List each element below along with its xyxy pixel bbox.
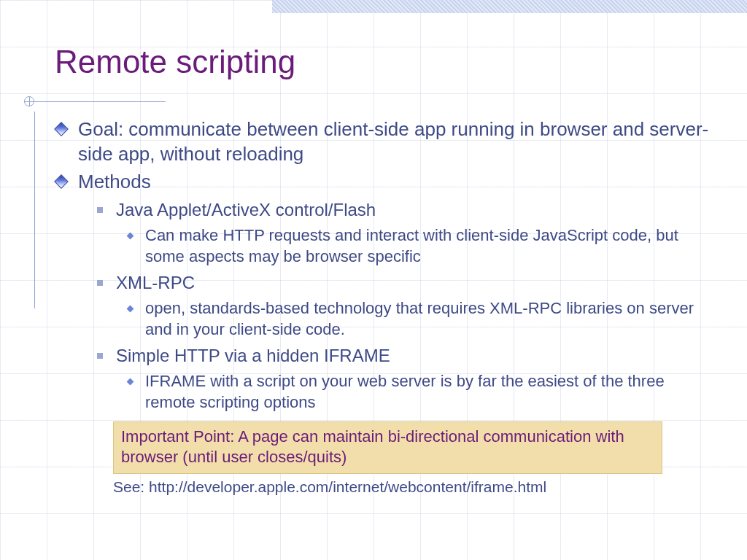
list-item-text: Java Applet/ActiveX control/Flash: [116, 200, 376, 219]
level2-list: Java Applet/ActiveX control/Flash Can ma…: [78, 198, 718, 413]
diamond-bullet-icon: [54, 174, 69, 189]
list-item-text: open, standards-based technology that re…: [145, 299, 694, 338]
square-bullet-icon: [97, 280, 103, 286]
level3-list: IFRAME with a script on your web server …: [116, 370, 718, 413]
title-underline: [55, 96, 718, 109]
list-item: Java Applet/ActiveX control/Flash Can ma…: [116, 198, 718, 267]
slide-title: Remote scripting: [55, 44, 718, 80]
list-item-text: IFRAME with a script on your web server …: [145, 372, 665, 411]
see-reference: See: http://developer.apple.com/internet…: [113, 478, 718, 496]
rule-line: [34, 101, 166, 102]
small-diamond-bullet-icon: [127, 378, 134, 386]
list-item: Simple HTTP via a hidden IFRAME IFRAME w…: [116, 344, 718, 413]
list-item: open, standards-based technology that re…: [145, 298, 718, 340]
list-item-text: Can make HTTP requests and interact with…: [145, 226, 678, 265]
small-diamond-bullet-icon: [127, 306, 134, 313]
list-item-text: Methods: [78, 171, 151, 192]
list-item: Goal: communicate between client-side ap…: [75, 117, 718, 166]
important-point-callout: Important Point: A page can maintain bi-…: [113, 421, 662, 474]
level1-list: Goal: communicate between client-side ap…: [55, 117, 718, 413]
square-bullet-icon: [97, 207, 103, 213]
list-item: Methods Java Applet/ActiveX control/Flas…: [75, 169, 718, 413]
slide-body: Remote scripting Goal: communicate betwe…: [0, 0, 747, 560]
small-diamond-bullet-icon: [127, 233, 134, 240]
level3-list: open, standards-based technology that re…: [116, 298, 718, 340]
list-item-text: Goal: communicate between client-side ap…: [78, 118, 708, 165]
rule-circle-ornament: [24, 96, 34, 106]
diamond-bullet-icon: [54, 122, 69, 136]
list-item-text: XML-RPC: [116, 273, 195, 292]
list-item-text: Simple HTTP via a hidden IFRAME: [116, 346, 390, 365]
list-item: XML-RPC open, standards-based technology…: [116, 271, 718, 340]
list-item: Can make HTTP requests and interact with…: [145, 225, 718, 267]
square-bullet-icon: [97, 353, 103, 359]
list-item: IFRAME with a script on your web server …: [145, 370, 718, 413]
level3-list: Can make HTTP requests and interact with…: [116, 225, 718, 267]
